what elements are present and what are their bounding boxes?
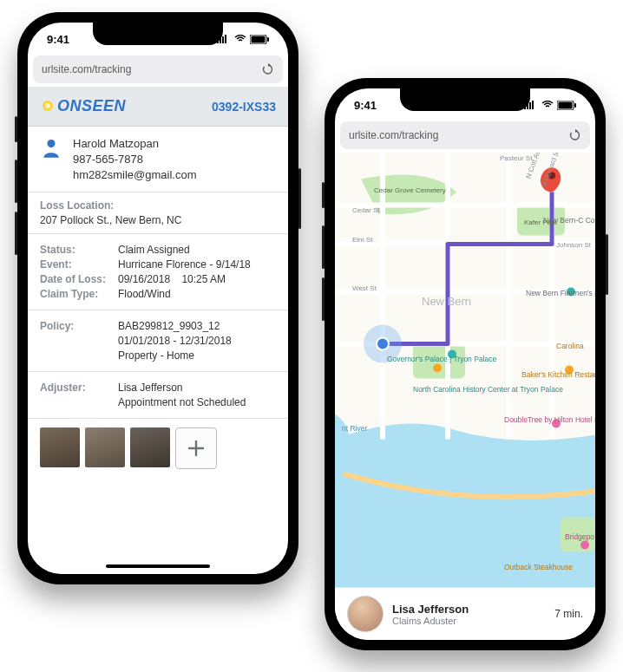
url-bar[interactable]: urlsite.com/tracking [33,55,283,83]
svg-rect-16 [574,103,576,108]
notch [400,88,530,111]
contact-card: Harold Matzopan 987-565-7878 hm282smile@… [28,127,288,192]
map-label: Governor's Palace | Tryon Palace [387,355,496,363]
status-time: 9:41 [47,33,69,46]
status-time: 9:41 [354,99,377,112]
status-icons [217,35,269,44]
thumb-3[interactable] [130,427,170,467]
svg-point-35 [580,541,589,550]
policy-section: Policy:BAB299812_9903_12 01/01/2018 - 12… [28,310,288,372]
status-icons [524,101,576,110]
claim-number: 0392-IXS33 [212,100,276,114]
map-label: Carolina [556,342,584,350]
map-label: Pasteur St [500,154,533,162]
map-label: nt River [342,424,367,433]
loss-location-section: Loss Location: 207 Pollock St., New Bern… [28,192,288,234]
contact-email[interactable]: hm282smile@gmail.com [73,168,197,181]
row-event: Event:Hurricane Florence - 9/14/18 [40,258,276,271]
map-label: Outback Steakhouse [504,563,573,571]
svg-rect-15 [559,101,573,108]
row-status: Status:Claim Assigned [40,244,276,256]
phone-right: 9:41 urlsite.com/tracking [325,78,606,650]
battery-icon [557,101,576,110]
loss-location-value: 207 Pollock St., New Bern, NC [40,214,276,226]
map-label: Bridgepo Hotel [565,532,595,541]
contact-phone[interactable]: 987-565-7878 [73,153,197,166]
logo-text: ONSEEN [57,97,126,115]
row-dol: Date of Loss:09/16/2018 10:25 AM [40,273,276,285]
svg-rect-5 [252,36,266,42]
reload-icon[interactable] [569,129,581,141]
map-label: Elm St [352,236,373,244]
map-label: Cedar St [352,206,380,214]
svg-rect-12 [529,102,531,109]
map-view[interactable]: Cedar Grove Cemetery Kafer Park Elm St C… [335,153,595,587]
photo-thumbs [28,419,288,478]
adjuster-card[interactable]: Lisa Jefferson Claims Aduster 7 min. [335,587,595,640]
map-label: Baker's Kitchen Restaurant & Bakery [521,370,595,379]
loss-location-label: Loss Location: [40,199,276,212]
add-photo-button[interactable] [175,427,217,469]
adjuster-role: Claims Aduster [392,616,469,626]
avatar [347,596,384,632]
map-label: Johnson St [556,241,592,249]
svg-point-8 [45,103,50,108]
svg-rect-2 [222,36,224,43]
svg-point-9 [47,140,55,147]
map-label: Cedar Grove Cemetery [374,186,446,194]
map-label: New Bern-C County Publi [543,216,595,225]
map-label: DoubleTree by Hilton Hotel New Bern [504,415,595,424]
url-bar[interactable]: urlsite.com/tracking [340,121,590,149]
thumb-1[interactable] [40,427,80,467]
svg-rect-6 [267,37,269,42]
reload-icon[interactable] [262,63,274,75]
details-section: Status:Claim Assigned Event:Hurricane Fl… [28,234,288,310]
map-label: New Bern Firemen's Museu [526,289,595,297]
logo-icon [40,99,56,114]
contact-name: Harold Matzopan [73,137,197,150]
person-icon [40,137,62,160]
home-indicator[interactable] [106,564,210,568]
svg-rect-3 [225,35,226,43]
phone-left: 9:41 urlsite.com/tracking ONSEEN 0392-IX… [17,12,298,584]
wifi-icon [541,101,554,109]
thumb-2[interactable] [85,427,125,467]
map-label: North Carolina History Center at Tryon P… [413,385,563,394]
wifi-icon [234,35,246,43]
app-header: ONSEEN 0392-IXS33 [28,87,288,127]
url-text: urlsite.com/tracking [42,63,131,75]
adjuster-name: Lisa Jefferson [392,603,469,616]
current-location-icon [377,338,389,350]
notch [93,23,223,45]
battery-icon [250,35,269,44]
map-label: New Bern [422,295,471,308]
svg-point-31 [433,364,442,373]
row-claimtype: Claim Type:Flood/Wind [40,288,276,300]
plus-icon [187,439,206,458]
svg-rect-13 [532,101,534,109]
row-policy: Policy:BAB299812_9903_12 [40,320,276,332]
eta-value: 7 min. [554,608,583,620]
map-label: West St [352,284,377,292]
url-text: urlsite.com/tracking [349,129,438,141]
row-adjuster: Adjuster:Lisa Jefferson [40,382,276,394]
logo: ONSEEN [40,97,126,115]
adjuster-section: Adjuster:Lisa Jefferson Appointment not … [28,372,288,419]
